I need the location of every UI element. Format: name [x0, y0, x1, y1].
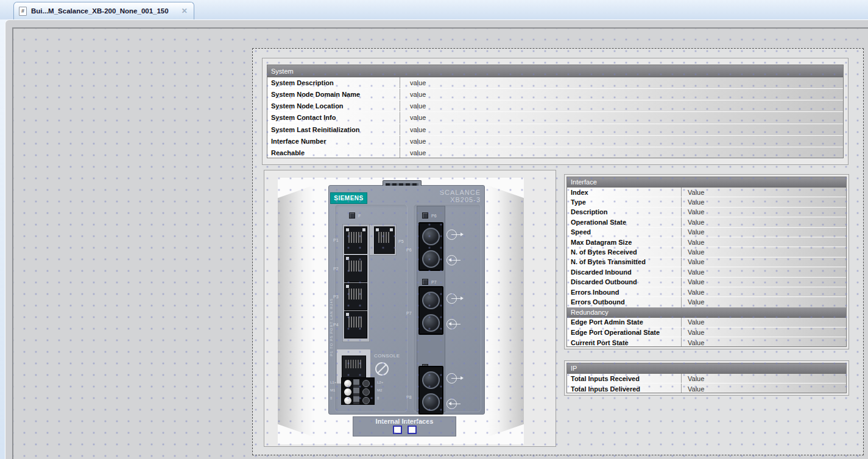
terminal-screw [344, 380, 351, 387]
fiber-port-p6 [418, 222, 443, 271]
photo-shadow-left [278, 183, 314, 440]
terminal-screw [362, 397, 370, 404]
led-p6 [422, 212, 428, 219]
row-value: Value [682, 337, 846, 347]
row-label: N. of Bytes Transmitted [567, 258, 682, 267]
strip-label-p7: P7 [406, 311, 412, 316]
table-row: System Last Reinitializationvalue [267, 124, 843, 136]
internal-interfaces-bar[interactable]: Internal Interfaces [353, 416, 456, 436]
ip-table-panel[interactable]: IP Total Inputs ReceivedValueTotal Input… [564, 360, 849, 396]
tab-bar: # Bui...M_Scalance_XB-200_None_001_150 ✕ [0, 0, 868, 19]
tab-close-icon[interactable]: ✕ [182, 7, 188, 15]
fault-led [349, 212, 355, 219]
row-value: Value [682, 287, 846, 296]
led-label-p6: P6 [431, 214, 437, 219]
rj45-port-p4 [344, 311, 367, 338]
table-header-interface: Interface [567, 177, 846, 187]
tab-scalance-faceplate[interactable]: # Bui...M_Scalance_XB-200_None_001_150 ✕ [13, 2, 194, 19]
rx-arrow-icon [446, 255, 457, 265]
photo-shadow-right [487, 183, 524, 440]
table-header-label: System [271, 68, 294, 75]
power-label-l2: L2+ [377, 380, 383, 385]
side-ports-text: P1 TO P5 PORT LAN RJ45 [330, 271, 333, 356]
row-label: Description [567, 208, 682, 217]
redundancy-rows: Edge Port Admin StateValueEdge Port Oper… [567, 318, 846, 347]
tx-arrow-icon [446, 373, 457, 384]
row-label: System Contact Info [267, 112, 400, 123]
table-row: SpeedValue [567, 228, 846, 237]
system-table-panel[interactable]: System System DescriptionvalueSystem Nod… [262, 58, 849, 165]
power-label-m2: M2 [377, 388, 382, 393]
table-row: System Contact Infovalue [267, 112, 843, 124]
row-value: Value [682, 267, 846, 276]
row-value: Value [682, 247, 846, 256]
faceplate-editor-window: # Bui...M_Scalance_XB-200_None_001_150 ✕… [0, 0, 868, 459]
terminal-screw [362, 388, 370, 396]
ground-icon: ≡ [377, 396, 379, 401]
row-label: Total Inputs Received [567, 374, 682, 383]
row-label: Discarded Outbound [567, 278, 682, 287]
panel-file-icon: # [19, 7, 27, 16]
interface-table-panel[interactable]: Interface IndexValueTypeValueDescription… [564, 174, 849, 349]
row-label: System Node Location [267, 100, 400, 111]
rj45-port-p2 [344, 255, 367, 282]
table-header-redundancy: Redundancy [567, 307, 846, 318]
table-header-label: IP [571, 365, 577, 372]
row-label: Errors Inbound [567, 287, 682, 296]
table-row: System Descriptionvalue [267, 77, 843, 89]
tx-arrow-icon [446, 293, 457, 304]
led-p7 [422, 279, 428, 285]
row-value: Value [682, 197, 846, 206]
row-label: Index [567, 187, 682, 197]
editor-canvas[interactable]: System System DescriptionvalueSystem Nod… [12, 27, 868, 459]
tx-arrow-icon [446, 230, 457, 240]
port-label-p3: P3 [333, 295, 339, 300]
rx-arrow-icon [446, 319, 457, 329]
device-image-panel[interactable]: SIEMENS SCALANCE XB205-3 F [264, 170, 556, 447]
row-label: Errors Outbound [567, 297, 682, 307]
system-rows: System DescriptionvalueSystem Node Domai… [267, 77, 843, 158]
internal-interface-slot[interactable] [408, 426, 417, 434]
power-label-l1: L1+ [330, 380, 336, 385]
row-value: Value [682, 237, 846, 247]
interface-table: Interface IndexValueTypeValueDescription… [566, 177, 847, 347]
table-row: N. of Bytes TransmittedValue [567, 258, 846, 267]
fiber-port-p7 [418, 286, 443, 335]
power-terminal-block [341, 377, 375, 405]
port-label-p2: P2 [333, 267, 339, 272]
row-label: Reachable [267, 147, 400, 158]
table-row: Edge Port Admin StateValue [567, 318, 846, 328]
table-row: Edge Port Operational StateValue [567, 328, 846, 337]
internal-interface-slot[interactable] [393, 426, 402, 434]
row-value: Value [682, 384, 846, 393]
row-value: Value [682, 374, 846, 383]
table-row: DescriptionValue [567, 208, 846, 217]
table-header-ip: IP [567, 363, 846, 374]
table-row: Interface Numbervalue [267, 136, 843, 147]
table-row: Discarded InboundValue [567, 267, 846, 277]
row-label: Operational State [567, 217, 682, 226]
ground-icon: ≡ [330, 396, 333, 401]
model-line1: SCALANCE [440, 189, 481, 196]
strip-label-p6: P6 [406, 248, 412, 253]
row-value: Value [682, 217, 846, 226]
siemens-logo: SIEMENS [330, 192, 367, 204]
row-value: value [400, 112, 843, 123]
port-label-p4: P4 [333, 323, 339, 328]
row-label: Speed [567, 228, 682, 237]
terminal-screw [362, 380, 370, 387]
editor-canvas-frame: System System DescriptionvalueSystem Nod… [5, 19, 868, 459]
table-row: N. of Bytes ReceivedValue [567, 247, 846, 257]
table-header-label: Redundancy [571, 309, 609, 316]
table-row: Discarded OutboundValue [567, 278, 846, 287]
row-value: Value [682, 318, 846, 327]
table-row: TypeValue [567, 197, 846, 207]
row-label: N. of Bytes Received [567, 247, 682, 256]
row-value: value [400, 100, 843, 111]
table-row: IndexValue [567, 187, 846, 197]
row-label: Max Datagram Size [567, 237, 682, 247]
row-value: Value [682, 258, 846, 267]
row-value: value [400, 147, 843, 158]
table-header-system: System [267, 65, 843, 77]
row-label: Discarded Inbound [567, 267, 682, 276]
